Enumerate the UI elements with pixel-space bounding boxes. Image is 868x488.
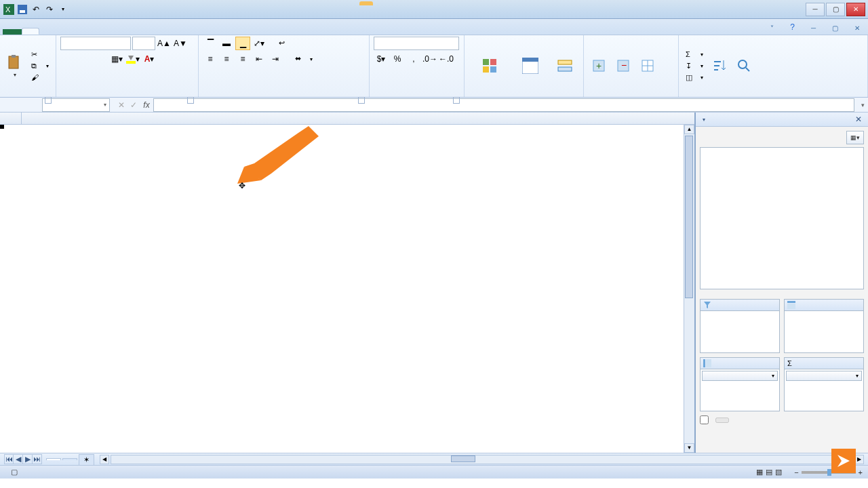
number-dialog-launcher[interactable]: [453, 97, 460, 104]
zoom-out-icon[interactable]: −: [794, 468, 798, 476]
undo-icon[interactable]: ↶: [30, 3, 42, 16]
maximize-button[interactable]: ▢: [826, 3, 845, 16]
font-name-combo[interactable]: [60, 37, 131, 50]
border-button[interactable]: ▦▾: [109, 52, 124, 66]
font-dialog-launcher[interactable]: [187, 97, 194, 104]
align-center-icon[interactable]: ≡: [219, 52, 234, 66]
increase-font-icon[interactable]: A▲: [157, 37, 172, 50]
sheet-tab-data[interactable]: [62, 458, 77, 460]
horizontal-scrollbar[interactable]: ◀ ▶: [100, 455, 864, 464]
file-tab[interactable]: [3, 29, 22, 35]
comma-format-icon[interactable]: ,: [406, 52, 421, 66]
underline-button[interactable]: [93, 52, 108, 66]
decrease-font-icon[interactable]: A▼: [173, 37, 188, 50]
new-sheet-icon[interactable]: ✶: [79, 454, 94, 465]
update-button[interactable]: [715, 418, 729, 423]
excel-icon[interactable]: X: [3, 3, 15, 16]
clear-button[interactable]: ◫▾: [683, 73, 706, 83]
autosum-button[interactable]: Σ▾: [683, 49, 706, 60]
find-select-button[interactable]: [733, 56, 755, 77]
workbook-close-icon[interactable]: ✕: [846, 22, 868, 35]
sheet-tab-pivot-table[interactable]: [46, 458, 61, 460]
scroll-down-icon[interactable]: ▼: [684, 443, 694, 453]
tab-formulas[interactable]: [72, 29, 88, 35]
fill-handle[interactable]: [0, 125, 4, 129]
font-size-combo[interactable]: [132, 37, 155, 50]
format-as-table-button[interactable]: [513, 56, 547, 77]
help-icon[interactable]: ?: [782, 20, 803, 35]
clipboard-dialog-launcher[interactable]: [45, 97, 52, 104]
area-values[interactable]: Σ ▾: [784, 357, 864, 411]
vscroll-thumb[interactable]: [685, 136, 693, 298]
name-box[interactable]: ▾: [42, 98, 110, 112]
accounting-format-icon[interactable]: $▾: [374, 52, 389, 66]
workbook-restore-icon[interactable]: ▢: [824, 22, 846, 35]
sort-filter-button[interactable]: [709, 56, 730, 77]
alignment-dialog-launcher[interactable]: [358, 97, 365, 104]
tab-design[interactable]: [153, 29, 170, 35]
tab-review[interactable]: [104, 29, 121, 35]
wrap-text-button[interactable]: ↩: [276, 37, 294, 50]
view-page-layout-icon[interactable]: ▤: [766, 468, 772, 476]
field-list-close-icon[interactable]: ✕: [853, 115, 864, 124]
tab-data[interactable]: [88, 29, 104, 35]
field-list-options-dropdown-icon[interactable]: ▾: [703, 117, 705, 123]
orientation-icon[interactable]: ⤢▾: [252, 37, 267, 50]
decrease-decimal-icon[interactable]: ←.0: [439, 52, 454, 66]
insert-cells-button[interactable]: +: [588, 56, 610, 77]
redo-icon[interactable]: ↷: [43, 3, 56, 16]
view-normal-icon[interactable]: ▦: [756, 468, 763, 476]
increase-decimal-icon[interactable]: .0→: [422, 52, 437, 66]
tab-insert[interactable]: [39, 29, 56, 35]
fx-icon[interactable]: fx: [140, 100, 153, 110]
last-sheet-icon[interactable]: ⏭: [33, 454, 42, 464]
prev-sheet-icon[interactable]: ◀: [14, 454, 23, 464]
align-middle-icon[interactable]: ▬: [219, 37, 234, 50]
macro-record-icon[interactable]: ▢: [11, 468, 18, 476]
tab-options[interactable]: [137, 29, 153, 35]
tab-home[interactable]: [22, 28, 39, 35]
zoom-slider[interactable]: [802, 471, 856, 474]
qat-dropdown-icon[interactable]: ▾: [57, 3, 69, 16]
minimize-ribbon-icon[interactable]: ˅: [762, 22, 782, 35]
workbook-minimize-icon[interactable]: ─: [803, 22, 824, 35]
expand-formula-bar-icon[interactable]: ▾: [857, 102, 868, 108]
tab-page-layout[interactable]: [56, 29, 72, 35]
view-page-break-icon[interactable]: ▧: [775, 468, 782, 476]
percent-format-icon[interactable]: %: [390, 52, 405, 66]
worksheet-grid[interactable]: ▲ ▼ ✥: [0, 113, 694, 453]
number-format-combo[interactable]: [374, 37, 459, 50]
hscroll-thumb[interactable]: [451, 455, 475, 462]
scroll-right-icon[interactable]: ▶: [854, 455, 864, 464]
cancel-formula-icon[interactable]: ✕: [115, 100, 127, 110]
merge-center-button[interactable]: ⬌▾: [292, 52, 315, 66]
cell-styles-button[interactable]: [550, 56, 579, 77]
format-painter-button[interactable]: 🖌: [28, 73, 52, 83]
italic-button[interactable]: [77, 52, 92, 66]
next-sheet-icon[interactable]: ▶: [23, 454, 33, 464]
zoom-in-icon[interactable]: +: [859, 468, 863, 476]
align-right-icon[interactable]: ≡: [235, 52, 250, 66]
first-sheet-icon[interactable]: ⏮: [4, 454, 14, 464]
field-list-layout-button[interactable]: ▦▾: [846, 131, 864, 144]
scroll-left-icon[interactable]: ◀: [100, 455, 109, 464]
defer-layout-checkbox[interactable]: [700, 415, 711, 424]
align-top-icon[interactable]: ▔: [203, 37, 218, 50]
area-report-filter[interactable]: [700, 299, 780, 353]
tab-view[interactable]: [121, 29, 137, 35]
name-box-dropdown-icon[interactable]: ▾: [104, 102, 106, 108]
minimize-button[interactable]: ─: [806, 3, 825, 16]
row-pill-product[interactable]: ▾: [702, 371, 778, 381]
conditional-formatting-button[interactable]: [469, 56, 511, 77]
formula-input[interactable]: [153, 98, 854, 112]
field-list-box[interactable]: [700, 147, 864, 289]
area-column-labels[interactable]: [784, 299, 864, 353]
enter-formula-icon[interactable]: ✓: [127, 100, 140, 110]
cut-button[interactable]: ✂: [28, 49, 52, 60]
save-icon[interactable]: [16, 3, 28, 16]
fill-button[interactable]: ↧▾: [683, 61, 706, 72]
copy-button[interactable]: ⧉▾: [28, 61, 52, 72]
decrease-indent-icon[interactable]: ⇤: [252, 52, 267, 66]
value-pill-sum-total[interactable]: ▾: [786, 371, 862, 381]
vertical-scrollbar[interactable]: ▲ ▼: [684, 125, 694, 453]
